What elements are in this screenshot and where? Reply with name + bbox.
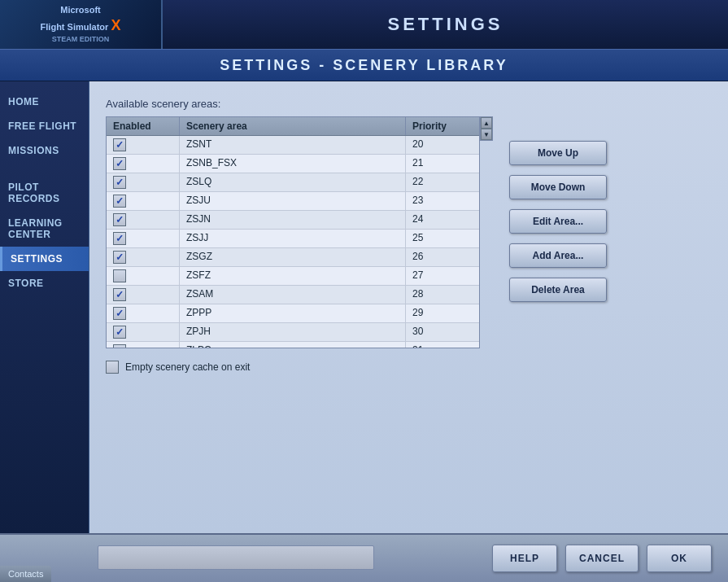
table-wrapper: Enabled Scenery area Priority ZSNT20ZSNB… — [106, 116, 480, 348]
cell-enabled — [107, 192, 180, 210]
table-row[interactable]: ZSJN24 — [107, 211, 479, 230]
add-area-button[interactable]: Add Area... — [509, 243, 607, 268]
cache-label: Empty scenery cache on exit — [125, 361, 250, 373]
table-container: Enabled Scenery area Priority ZSNT20ZSNB… — [106, 116, 712, 348]
settings-title-bar: SETTINGS — [163, 14, 728, 35]
table-body[interactable]: ZSNT20ZSNB_FSX21ZSLQ22ZSJU23ZSJN24ZSJJ25… — [107, 136, 479, 348]
row-checkbox[interactable] — [113, 195, 126, 208]
cell-enabled — [107, 286, 180, 304]
content-area: Available scenery areas: Enabled Scenery… — [89, 81, 728, 533]
table-row[interactable]: ZSJU23 — [107, 192, 479, 211]
cell-priority: 30 — [406, 323, 479, 341]
logo-area: Microsoft Flight Simulator X STEAM EDITI… — [0, 0, 163, 49]
ok-button[interactable]: OK — [647, 545, 712, 572]
cell-priority: 31 — [406, 342, 479, 348]
col-header-priority: Priority — [406, 117, 479, 135]
cell-priority: 20 — [406, 136, 479, 154]
cell-scenery-name: ZSJN — [180, 211, 406, 229]
sidebar-item-missions[interactable]: MISSIONS — [0, 138, 89, 163]
header: Microsoft Flight Simulator X STEAM EDITI… — [0, 0, 728, 49]
scrollbar[interactable]: ▲ ▼ — [480, 116, 493, 141]
logo-edition: STEAM EDITION — [41, 35, 121, 45]
cell-enabled — [107, 323, 180, 341]
bottom-input-area — [89, 533, 382, 582]
table-row[interactable]: ZSFZ27 — [107, 267, 479, 286]
delete-area-button[interactable]: Delete Area — [509, 278, 607, 302]
table-row[interactable]: ZSAM28 — [107, 286, 479, 304]
move-down-button[interactable]: Move Down — [509, 175, 607, 199]
row-checkbox[interactable] — [113, 213, 126, 226]
row-checkbox[interactable] — [113, 157, 126, 170]
cell-priority: 24 — [406, 211, 479, 229]
sidebar-item-learning-center[interactable]: LEARNING CENTER — [0, 211, 89, 247]
table-row[interactable]: ZSNB_FSX21 — [107, 155, 479, 173]
cell-enabled — [107, 304, 180, 322]
table-row[interactable]: ZLPC31 — [107, 342, 479, 348]
table-row[interactable]: ZSJJ25 — [107, 230, 479, 248]
cell-priority: 21 — [406, 155, 479, 173]
sidebar: HOME FREE FLIGHT MISSIONS PILOT RECORDS … — [0, 81, 89, 533]
sidebar-item-home[interactable]: HOME — [0, 90, 89, 114]
cell-scenery-name: ZSNT — [180, 136, 406, 154]
logo-text: Microsoft Flight Simulator X — [41, 4, 121, 35]
sidebar-item-pilot-records[interactable]: PILOT RECORDS — [0, 175, 89, 211]
scroll-up-btn[interactable]: ▲ — [481, 117, 492, 129]
cell-priority: 23 — [406, 192, 479, 210]
cell-enabled — [107, 136, 180, 154]
sidebar-item-settings[interactable]: SETTINGS — [0, 247, 89, 271]
main-layout: HOME FREE FLIGHT MISSIONS PILOT RECORDS … — [0, 81, 728, 533]
logo-x: X — [111, 17, 120, 33]
logo-line2: Flight Simulator — [41, 22, 109, 32]
cell-enabled — [107, 342, 180, 348]
cell-scenery-name: ZSNB_FSX — [180, 155, 406, 173]
row-checkbox[interactable] — [113, 251, 126, 264]
cell-enabled — [107, 230, 180, 247]
cell-enabled — [107, 211, 180, 229]
row-checkbox[interactable] — [113, 269, 126, 282]
table-row[interactable]: ZSNT20 — [107, 136, 479, 155]
cell-priority: 29 — [406, 304, 479, 322]
cell-priority: 26 — [406, 248, 479, 266]
row-checkbox[interactable] — [113, 288, 126, 301]
cell-scenery-name: ZSGZ — [180, 248, 406, 266]
cell-scenery-name: ZSFZ — [180, 267, 406, 285]
row-checkbox[interactable] — [113, 138, 126, 151]
sidebar-item-free-flight[interactable]: FREE FLIGHT — [0, 114, 89, 138]
right-buttons: Move Up Move Down Edit Area... Add Area.… — [509, 116, 607, 302]
cell-priority: 28 — [406, 286, 479, 304]
cell-scenery-name: ZPPP — [180, 304, 406, 322]
row-checkbox[interactable] — [113, 326, 126, 339]
scroll-down-btn[interactable]: ▼ — [481, 129, 492, 140]
row-checkbox[interactable] — [113, 344, 126, 348]
available-label: Available scenery areas: — [106, 98, 712, 110]
cell-scenery-name: ZSJJ — [180, 230, 406, 247]
row-checkbox[interactable] — [113, 232, 126, 245]
help-button[interactable]: HELP — [492, 545, 557, 572]
row-checkbox[interactable] — [113, 307, 126, 320]
cell-scenery-name: ZLPC — [180, 342, 406, 348]
cell-enabled — [107, 248, 180, 266]
subtitle-text: SETTINGS - SCENERY LIBRARY — [220, 57, 508, 74]
row-checkbox[interactable] — [113, 176, 126, 189]
col-header-scenery: Scenery area — [180, 117, 406, 135]
contacts-tab[interactable]: Contacts — [0, 566, 51, 582]
table-row[interactable]: ZPJH30 — [107, 323, 479, 342]
move-up-button[interactable]: Move Up — [509, 141, 607, 165]
cell-scenery-name: ZSAM — [180, 286, 406, 304]
table-row[interactable]: ZSLQ22 — [107, 173, 479, 192]
cache-row: Empty scenery cache on exit — [106, 361, 712, 374]
cancel-button[interactable]: CANCEL — [565, 545, 639, 572]
scenery-table: Enabled Scenery area Priority ZSNT20ZSNB… — [106, 116, 480, 348]
page-title: SETTINGS — [387, 14, 503, 35]
cell-scenery-name: ZPJH — [180, 323, 406, 341]
table-row[interactable]: ZPPP29 — [107, 304, 479, 323]
table-row[interactable]: ZSGZ26 — [107, 248, 479, 267]
cell-enabled — [107, 155, 180, 173]
cell-scenery-name: ZSLQ — [180, 173, 406, 191]
edit-area-button[interactable]: Edit Area... — [509, 209, 607, 234]
cell-priority: 22 — [406, 173, 479, 191]
sidebar-item-store[interactable]: STORE — [0, 271, 89, 295]
cell-priority: 25 — [406, 230, 479, 247]
cache-checkbox[interactable] — [106, 361, 119, 374]
subtitle-bar: SETTINGS - SCENERY LIBRARY — [0, 49, 728, 81]
